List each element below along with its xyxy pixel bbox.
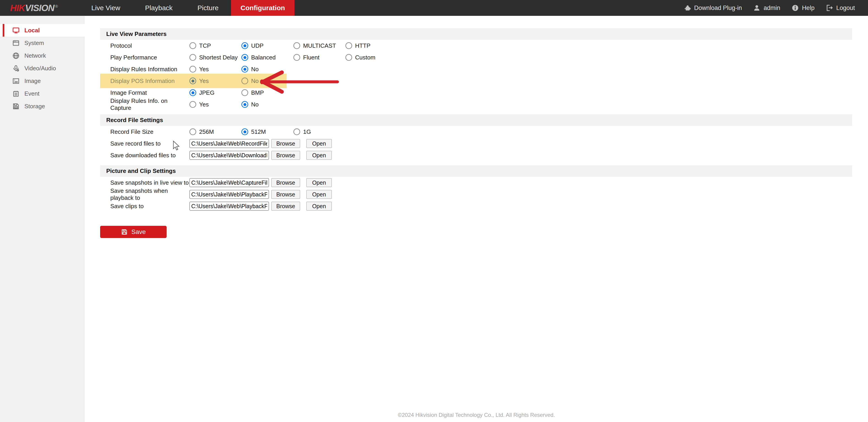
radio-label: Fluent — [303, 54, 319, 61]
radio-option-tcp[interactable]: TCP — [189, 42, 241, 49]
sidebar-item-label: System — [24, 39, 44, 47]
radio-button[interactable] — [241, 42, 248, 49]
open-button[interactable]: Open — [306, 151, 332, 160]
radio-button[interactable] — [293, 54, 300, 61]
radio-option-512m[interactable]: 512M — [241, 128, 293, 135]
browse-button[interactable]: Browse — [271, 190, 300, 199]
open-button[interactable]: Open — [306, 190, 332, 199]
logout-button[interactable]: Logout — [826, 4, 855, 11]
row-label: Display Rules Info. on Capture — [110, 97, 189, 112]
tab-configuration[interactable]: Configuration — [231, 0, 294, 16]
radio-button[interactable] — [189, 42, 196, 49]
radio-button[interactable] — [189, 89, 196, 96]
radio-button[interactable] — [241, 128, 248, 135]
radio-option-yes[interactable]: Yes — [189, 66, 241, 73]
row-label: Protocol — [110, 42, 189, 49]
browse-button[interactable]: Browse — [271, 151, 300, 160]
save-button-label: Save — [131, 228, 146, 236]
notepad-icon — [12, 90, 20, 97]
snapshot-playback-path-input[interactable] — [189, 190, 269, 199]
save-floppy-icon — [121, 229, 128, 235]
radio-label: 1G — [303, 128, 311, 135]
hikvision-logo: HIKVISION® — [10, 3, 55, 13]
radio-option-fluent[interactable]: Fluent — [293, 54, 345, 61]
radio-option-256m[interactable]: 256M — [189, 128, 241, 135]
browse-button[interactable]: Browse — [271, 202, 300, 211]
sidebar-item-network[interactable]: Network — [0, 49, 85, 62]
radio-button[interactable] — [189, 78, 196, 84]
radio-button[interactable] — [189, 101, 196, 108]
user-icon — [753, 4, 761, 11]
radio-button[interactable] — [345, 54, 352, 61]
help-button[interactable]: Help — [792, 4, 815, 11]
radio-option-no[interactable]: No — [241, 66, 293, 73]
radio-button[interactable] — [293, 42, 300, 49]
download-plugin-label: Download Plug-in — [694, 4, 742, 11]
browse-button[interactable]: Browse — [271, 178, 300, 187]
radio-option-bmp[interactable]: BMP — [241, 89, 293, 96]
sidebar-item-video-audio[interactable]: Video/Audio — [0, 62, 85, 74]
radio-option-yes[interactable]: Yes — [189, 78, 241, 85]
radio-button[interactable] — [293, 128, 300, 135]
radio-button[interactable] — [241, 101, 248, 108]
radio-button[interactable] — [241, 78, 248, 84]
clips-path-input[interactable] — [189, 202, 269, 211]
browse-button[interactable]: Browse — [271, 139, 300, 148]
sidebar-item-label: Image — [24, 78, 41, 85]
sidebar-item-storage[interactable]: Storage — [0, 100, 85, 113]
save-button[interactable]: Save — [100, 226, 166, 238]
radio-option-no[interactable]: No — [241, 78, 293, 85]
downloaded-files-path-input[interactable] — [189, 151, 269, 160]
radio-button[interactable] — [241, 66, 248, 72]
section-header: Record File Settings — [100, 114, 852, 126]
section-header: Picture and Clip Settings — [100, 165, 852, 177]
sidebar-item-local[interactable]: Local — [0, 24, 85, 37]
user-menu[interactable]: admin — [753, 4, 780, 11]
row-display-rules-information: Display Rules Information Yes No — [100, 63, 852, 75]
open-button[interactable]: Open — [306, 139, 332, 148]
record-files-path-input[interactable] — [189, 139, 269, 148]
radio-button[interactable] — [189, 54, 196, 61]
snapshot-live-path-input[interactable] — [189, 178, 269, 187]
sidebar-item-label: Event — [24, 90, 39, 97]
radio-button[interactable] — [189, 128, 196, 135]
tab-picture[interactable]: Picture — [185, 0, 231, 16]
radio-button[interactable] — [241, 89, 248, 96]
radio-option-jpeg[interactable]: JPEG — [189, 89, 241, 96]
radio-label: Custom — [355, 54, 375, 61]
registered-mark: ® — [55, 4, 58, 8]
radio-option-yes[interactable]: Yes — [189, 101, 241, 108]
sidebar-item-event[interactable]: Event — [0, 87, 85, 100]
radio-button[interactable] — [189, 66, 196, 72]
radio-label: Yes — [199, 101, 209, 108]
radio-option-multicast[interactable]: MULTICAST — [293, 42, 345, 49]
radio-button[interactable] — [241, 54, 248, 61]
radio-option-no[interactable]: No — [241, 101, 293, 108]
radio-option-shortest-delay[interactable]: Shortest Delay — [189, 54, 241, 61]
tab-live-view[interactable]: Live View — [79, 0, 133, 16]
floppy-icon — [12, 103, 20, 110]
row-save-downloaded-files: Save downloaded files to Browse Open — [100, 149, 852, 161]
open-button[interactable]: Open — [306, 202, 332, 211]
radio-option-1g[interactable]: 1G — [293, 128, 345, 135]
open-button[interactable]: Open — [306, 178, 332, 187]
row-play-performance: Play Performance Shortest Delay Balanced… — [100, 52, 852, 63]
sidebar-item-label: Video/Audio — [24, 65, 56, 72]
row-label: Save snapshots when playback to — [110, 187, 189, 201]
sidebar-item-system[interactable]: System — [0, 37, 85, 49]
tab-playback[interactable]: Playback — [133, 0, 185, 16]
radio-option-custom[interactable]: Custom — [345, 54, 397, 61]
row-save-record-files: Save record files to Browse Open — [100, 138, 852, 149]
radio-option-udp[interactable]: UDP — [241, 42, 293, 49]
radio-label: Balanced — [251, 54, 276, 61]
row-save-snapshots-playback: Save snapshots when playback to Browse O… — [100, 188, 852, 200]
radio-option-http[interactable]: HTTP — [345, 42, 397, 49]
globe-icon — [12, 52, 20, 59]
sidebar-item-image[interactable]: Image — [0, 74, 85, 87]
main-content: Live View Parameters Protocol TCP UDP MU… — [85, 16, 868, 422]
sidebar: Local System Network Video/Audio Image E… — [0, 16, 85, 422]
download-plugin-button[interactable]: Download Plug-in — [684, 4, 742, 11]
radio-option-balanced[interactable]: Balanced — [241, 54, 293, 61]
top-bar-utilities: Download Plug-in admin Help Logout — [684, 4, 855, 11]
radio-button[interactable] — [345, 42, 352, 49]
